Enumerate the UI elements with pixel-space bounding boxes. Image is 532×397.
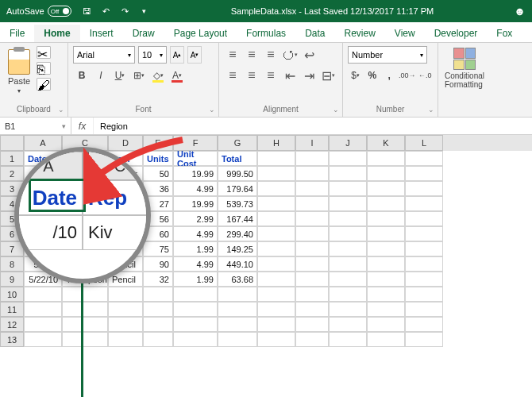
merge-icon[interactable]: ⊟▾ bbox=[319, 67, 337, 84]
indent-inc-icon[interactable]: ⇥ bbox=[300, 67, 318, 84]
cell[interactable] bbox=[143, 332, 173, 347]
tab-view[interactable]: View bbox=[385, 25, 425, 42]
col-header-A[interactable]: A bbox=[24, 135, 62, 151]
cell[interactable] bbox=[295, 181, 329, 196]
cell[interactable] bbox=[257, 241, 295, 256]
copy-icon[interactable]: ⎘ bbox=[37, 62, 51, 75]
cell[interactable] bbox=[257, 272, 295, 287]
cell[interactable] bbox=[257, 332, 295, 347]
cell[interactable] bbox=[24, 332, 62, 347]
cell[interactable] bbox=[295, 196, 329, 211]
cell[interactable] bbox=[295, 211, 329, 226]
cell[interactable] bbox=[367, 196, 405, 211]
cell[interactable]: 19.99 bbox=[173, 166, 218, 181]
row-header-13[interactable]: 13 bbox=[0, 332, 24, 347]
inc-decimal-icon[interactable]: .00→ bbox=[399, 67, 416, 84]
conditional-formatting-button[interactable]: Conditional Formatting bbox=[443, 46, 486, 91]
comma-icon[interactable]: , bbox=[382, 67, 397, 84]
cell[interactable] bbox=[108, 332, 143, 347]
cell[interactable]: 75 bbox=[143, 241, 173, 256]
align-bottom-icon[interactable]: ≡ bbox=[262, 46, 279, 64]
cell[interactable]: Units bbox=[143, 151, 173, 166]
cell[interactable] bbox=[218, 332, 257, 347]
cell[interactable]: 167.44 bbox=[218, 211, 257, 226]
cut-icon[interactable]: ✂ bbox=[37, 46, 51, 59]
font-size-select[interactable]: 10▾ bbox=[138, 46, 167, 64]
cell[interactable] bbox=[367, 181, 405, 196]
qat-more-icon[interactable]: ▾ bbox=[138, 5, 151, 17]
cell[interactable] bbox=[329, 287, 367, 302]
align-top-icon[interactable]: ≡ bbox=[224, 46, 241, 64]
col-header-J[interactable]: J bbox=[329, 135, 367, 151]
cell[interactable] bbox=[62, 317, 108, 332]
cell[interactable] bbox=[257, 211, 295, 226]
tab-review[interactable]: Review bbox=[334, 25, 384, 42]
cell[interactable] bbox=[218, 317, 257, 332]
cell[interactable] bbox=[108, 317, 143, 332]
cell[interactable] bbox=[218, 302, 257, 317]
cell[interactable] bbox=[367, 166, 405, 181]
cell[interactable] bbox=[405, 211, 443, 226]
cell[interactable]: 32 bbox=[143, 272, 173, 287]
tab-formulas[interactable]: Formulas bbox=[237, 25, 295, 42]
col-header-E[interactable]: E bbox=[143, 135, 173, 151]
cell[interactable]: 539.73 bbox=[218, 196, 257, 211]
cell[interactable] bbox=[257, 287, 295, 302]
tab-home[interactable]: Home bbox=[34, 25, 79, 42]
paste-button[interactable]: Paste ▾ bbox=[5, 46, 33, 98]
cell[interactable] bbox=[173, 332, 218, 347]
cell[interactable] bbox=[405, 151, 443, 166]
cell[interactable] bbox=[173, 302, 218, 317]
col-header-H[interactable]: H bbox=[257, 135, 295, 151]
tab-developer[interactable]: Developer bbox=[425, 25, 488, 42]
percent-icon[interactable]: % bbox=[364, 67, 380, 84]
tab-data[interactable]: Data bbox=[295, 25, 334, 42]
col-header-I[interactable]: I bbox=[295, 135, 329, 151]
cell[interactable] bbox=[329, 241, 367, 256]
underline-button[interactable]: U▾ bbox=[111, 67, 129, 84]
tab-insert[interactable]: Insert bbox=[80, 25, 123, 42]
cell[interactable] bbox=[108, 302, 143, 317]
cell[interactable] bbox=[24, 302, 62, 317]
tab-page-layout[interactable]: Page Layout bbox=[164, 25, 237, 42]
row-header-10[interactable]: 10 bbox=[0, 287, 24, 302]
cell[interactable] bbox=[257, 166, 295, 181]
cell[interactable] bbox=[329, 211, 367, 226]
cell[interactable] bbox=[295, 151, 329, 166]
cell[interactable]: 179.64 bbox=[218, 181, 257, 196]
row-header-8[interactable]: 8 bbox=[0, 256, 24, 272]
user-icon[interactable]: ☻ bbox=[514, 5, 526, 17]
cell[interactable] bbox=[329, 317, 367, 332]
indent-dec-icon[interactable]: ⇤ bbox=[281, 67, 299, 84]
cell[interactable] bbox=[329, 181, 367, 196]
cell[interactable] bbox=[62, 332, 108, 347]
align-left-icon[interactable]: ≡ bbox=[224, 67, 241, 84]
align-middle-icon[interactable]: ≡ bbox=[243, 46, 260, 64]
cell[interactable] bbox=[329, 256, 367, 272]
tab-fox[interactable]: Fox bbox=[487, 25, 522, 42]
cell[interactable] bbox=[295, 256, 329, 272]
cell[interactable] bbox=[143, 287, 173, 302]
row-header-9[interactable]: 9 bbox=[0, 272, 24, 287]
cell[interactable] bbox=[405, 196, 443, 211]
cell[interactable] bbox=[329, 272, 367, 287]
cell[interactable] bbox=[367, 317, 405, 332]
cell[interactable] bbox=[367, 256, 405, 272]
tab-draw[interactable]: Draw bbox=[123, 25, 164, 42]
cell[interactable] bbox=[257, 302, 295, 317]
cell[interactable]: 449.10 bbox=[218, 256, 257, 272]
currency-icon[interactable]: $▾ bbox=[348, 67, 363, 84]
cell[interactable] bbox=[405, 332, 443, 347]
select-all-corner[interactable] bbox=[0, 135, 24, 151]
cell[interactable]: 1.99 bbox=[173, 241, 218, 256]
cell[interactable] bbox=[405, 241, 443, 256]
col-header-K[interactable]: K bbox=[367, 135, 405, 151]
cell[interactable] bbox=[367, 272, 405, 287]
tab-file[interactable]: File bbox=[0, 25, 34, 42]
cell[interactable] bbox=[367, 287, 405, 302]
cell[interactable] bbox=[367, 211, 405, 226]
font-name-select[interactable]: Arial▾ bbox=[73, 46, 135, 64]
cell[interactable]: 90 bbox=[143, 256, 173, 272]
row-header-12[interactable]: 12 bbox=[0, 317, 24, 332]
cell[interactable] bbox=[257, 151, 295, 166]
